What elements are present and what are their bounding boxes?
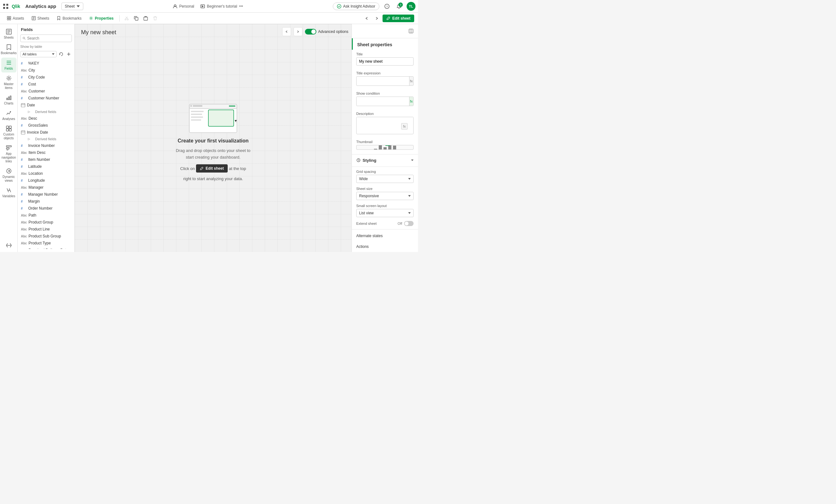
field-item[interactable]: #Invoice Number [18, 142, 74, 149]
field-item[interactable]: Invoice Date [18, 129, 74, 136]
thumbnail-label: Thumbnail [352, 137, 418, 145]
styling-section[interactable]: Styling [352, 155, 418, 165]
field-item[interactable]: #%KEY [18, 60, 74, 67]
delete-icon[interactable] [151, 14, 159, 23]
sidebar-item-app-nav[interactable]: App navigation links [1, 143, 17, 165]
insight-advisor-btn[interactable]: Ask Insight Advisor [333, 2, 379, 10]
field-item[interactable]: #Latitude [18, 163, 74, 170]
field-item[interactable]: #City Code [18, 74, 74, 81]
sidebar-item-sheets[interactable]: Sheets [1, 26, 17, 41]
fields-search-input[interactable] [27, 36, 70, 40]
alternate-states-row: Alternate states [352, 231, 418, 241]
edit-sheet-button[interactable]: Edit sheet [382, 15, 414, 22]
grid-menu-icon[interactable] [2, 3, 9, 9]
sidebar-item-bookmarks[interactable]: Bookmarks [1, 42, 17, 57]
tutorial-tab[interactable]: Beginner's tutorial ••• [201, 4, 243, 8]
field-item[interactable]: #Cost [18, 81, 74, 88]
tab-properties[interactable]: Properties [86, 14, 116, 22]
app-title: Analytics app [25, 3, 56, 9]
paste-icon[interactable] [141, 14, 150, 23]
collapse-sidebar[interactable] [6, 242, 12, 250]
sidebar-item-analyses-label: Analyses [2, 117, 15, 121]
show-condition-fx[interactable]: fx [409, 97, 413, 106]
title-expression-input[interactable]: fx [356, 76, 414, 86]
field-item[interactable]: #Manager Number [18, 191, 74, 198]
show-condition-input[interactable]: fx [356, 97, 414, 106]
field-item[interactable]: #Longitude [18, 177, 74, 184]
sidebar-item-custom-objects[interactable]: Custom objects [1, 123, 17, 142]
toolbar-icons [122, 14, 159, 23]
field-item[interactable]: AbcProduct Line [18, 226, 74, 233]
field-type-icon: Abc [21, 151, 27, 155]
grid-spacing-select[interactable]: Wide [356, 175, 414, 183]
field-item[interactable]: #Order Number [18, 205, 74, 212]
edit-sheet-inline-btn[interactable]: Edit sheet [196, 164, 227, 173]
notifications-icon[interactable]: 3 [395, 2, 403, 11]
sheet-dropdown[interactable]: Sheet [61, 2, 83, 10]
cut-icon[interactable] [122, 14, 131, 23]
help-icon[interactable]: ? [382, 2, 392, 11]
alternate-states-label: Alternate states [356, 232, 414, 239]
sidebar-item-variables[interactable]: Variables [1, 185, 17, 200]
layout-icon[interactable] [406, 26, 416, 36]
sidebar-item-charts[interactable]: Charts [1, 93, 17, 107]
advanced-options[interactable]: Advanced options [305, 29, 348, 35]
svg-rect-32 [8, 97, 9, 100]
title-input[interactable] [356, 57, 414, 65]
field-item[interactable]: AbcItem Desc [18, 149, 74, 156]
styling-label: Styling [356, 158, 376, 163]
svg-rect-11 [9, 17, 11, 18]
tab-sheets[interactable]: Sheets [28, 14, 52, 22]
field-name: Customer [28, 89, 71, 93]
field-item[interactable]: AbcCustomer [18, 88, 74, 95]
field-item[interactable]: AbcLocation [18, 170, 74, 177]
derived-fields-item[interactable]: ▷Derived fields [25, 109, 74, 115]
canvas-center: Create your first visualization Drag and… [75, 36, 352, 248]
fields-search-box[interactable] [20, 35, 72, 42]
field-item[interactable]: #Margin [18, 198, 74, 205]
avatar[interactable]: TL [406, 2, 416, 11]
field-item[interactable]: Date [18, 102, 74, 109]
field-item[interactable]: AbcPath [18, 212, 74, 219]
sidebar-item-dynamic-views[interactable]: Dynamic views [1, 166, 17, 185]
title-expression-label: Title expression [352, 69, 418, 76]
sidebar-item-analyses[interactable]: Analyses [1, 108, 17, 123]
canvas-forward-btn[interactable] [293, 27, 302, 36]
description-fx[interactable]: fx [401, 123, 407, 130]
sheet-size-select[interactable]: Responsive [356, 192, 414, 200]
field-item[interactable]: AbcDesc [18, 115, 74, 122]
tab-bookmarks[interactable]: Bookmarks [54, 14, 84, 22]
canvas-back-btn[interactable] [282, 27, 291, 36]
sidebar-item-fields[interactable]: Fields [1, 58, 17, 73]
field-item[interactable]: AbcProduct Group [18, 219, 74, 226]
small-screen-select[interactable]: List view [356, 209, 414, 217]
field-item[interactable]: AbcCity [18, 67, 74, 74]
svg-rect-39 [6, 146, 12, 147]
tab-assets[interactable]: Assets [4, 14, 27, 22]
advanced-options-toggle[interactable] [305, 29, 316, 35]
field-item[interactable]: AbcPromised Delivery Date [18, 247, 74, 249]
grid-spacing-label: Grid spacing [356, 170, 414, 174]
field-item[interactable]: AbcManager [18, 184, 74, 191]
title-expression-field[interactable] [357, 77, 409, 85]
sidebar-item-master-items[interactable]: Master items [1, 73, 17, 92]
show-condition-field[interactable] [357, 97, 409, 105]
refresh-icon[interactable] [58, 51, 64, 57]
add-field-icon[interactable] [65, 51, 72, 57]
field-item[interactable]: AbcProduct Type [18, 240, 74, 247]
secondbar: Assets Sheets Bookmarks Properties [0, 13, 418, 24]
forward-arrow[interactable] [373, 14, 381, 23]
derived-fields-item[interactable]: ▷Derived fields [25, 136, 74, 142]
table-select[interactable]: All tables [20, 51, 57, 57]
back-arrow[interactable] [362, 14, 371, 23]
svg-point-20 [127, 19, 128, 20]
personal-tab[interactable]: Personal [173, 4, 194, 8]
extend-sheet-toggle-knob [405, 221, 408, 226]
title-expression-fx[interactable]: fx [409, 77, 413, 85]
extend-sheet-toggle[interactable] [404, 221, 414, 226]
field-item[interactable]: #Item Number [18, 156, 74, 163]
field-item[interactable]: AbcProduct Sub Group [18, 233, 74, 240]
copy-icon[interactable] [132, 14, 140, 23]
field-item[interactable]: #Customer Number [18, 95, 74, 102]
field-item[interactable]: #GrossSales [18, 122, 74, 129]
